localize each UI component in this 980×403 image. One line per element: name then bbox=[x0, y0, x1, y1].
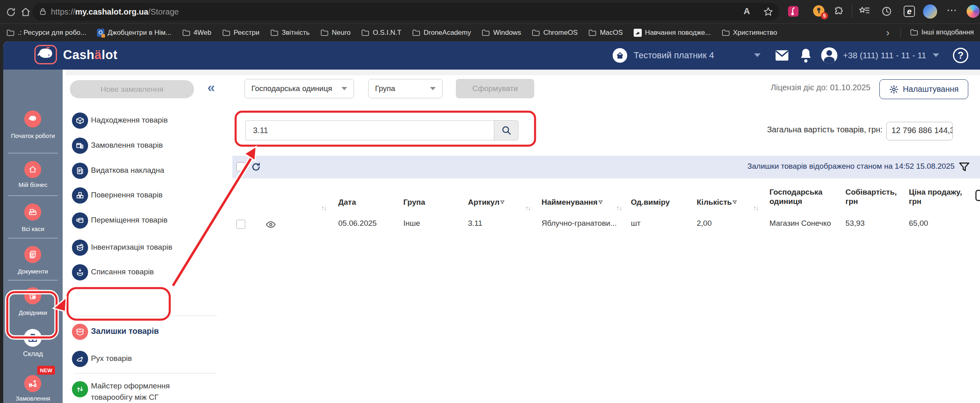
table-row[interactable]: 05.06.2025 Інше 3.11 Яблучно-гранатови..… bbox=[232, 213, 980, 238]
sidebar-item-dovidnyky[interactable]: Довідники bbox=[3, 284, 63, 320]
bookmark-folder[interactable]: Neuro bbox=[320, 29, 350, 37]
ie-mode-icon[interactable]: e bbox=[904, 6, 915, 17]
new-order-button[interactable]: Нове замовлення bbox=[70, 80, 194, 98]
user-phone[interactable]: +38 (111) 111 - 11 - 11 bbox=[843, 51, 926, 60]
col-cost[interactable]: Собівартість, грн bbox=[845, 187, 900, 206]
bookmark-folder[interactable]: DroneAcademy bbox=[412, 29, 471, 37]
bookmark-folder[interactable]: MacOS bbox=[588, 29, 623, 37]
sidebar-divider bbox=[8, 153, 58, 153]
cash-register-icon bbox=[24, 204, 41, 221]
column-settings-icon[interactable] bbox=[975, 189, 980, 202]
history-icon[interactable] bbox=[881, 6, 892, 17]
user-avatar-icon[interactable] bbox=[821, 47, 837, 64]
sidebar-item-miy-biznes[interactable]: Мій бізнес bbox=[3, 158, 63, 194]
home-icon[interactable] bbox=[20, 6, 31, 17]
col-qty[interactable]: Кількість bbox=[697, 197, 737, 207]
col-price[interactable]: Ціна продажу, грн bbox=[909, 187, 963, 206]
bell-icon[interactable] bbox=[799, 47, 813, 64]
generate-button[interactable]: Сформувати bbox=[456, 79, 534, 98]
bookmark-folder[interactable]: ChromeOS bbox=[532, 29, 577, 37]
bookmark-folder[interactable]: .: Ресурси для робо... bbox=[6, 29, 86, 37]
bookmark-folder[interactable]: Windows bbox=[482, 29, 521, 37]
url[interactable]: https://my.cashalot.org.ua/Storage bbox=[51, 7, 179, 17]
column-filter-icon[interactable] bbox=[732, 200, 737, 205]
profile-avatar[interactable] bbox=[923, 4, 937, 19]
copilot-icon[interactable] bbox=[967, 5, 980, 18]
col-business-unit[interactable]: Господарська одиниця bbox=[769, 187, 834, 206]
search-input[interactable] bbox=[245, 120, 494, 140]
submenu-item-zamovlennya-tovariv[interactable]: Замовлення товарів bbox=[63, 138, 232, 154]
new-badge: NEW bbox=[37, 366, 55, 375]
submenu-item-inventaryzatsiya[interactable]: Інвентаризація товарів bbox=[63, 240, 232, 256]
sort-icon[interactable]: ↑↓ bbox=[525, 204, 531, 211]
submenu-item-vydatkova-nakladna[interactable]: Видаткова накладна bbox=[63, 163, 232, 179]
row-checkbox[interactable] bbox=[236, 220, 245, 229]
submenu-item-peremishchennya[interactable]: Переміщення товарів bbox=[63, 212, 232, 229]
refresh-icon[interactable] bbox=[251, 161, 261, 172]
sort-icon[interactable]: ↑↓ bbox=[753, 204, 759, 211]
bookmark-item[interactable]: Джобцентри в Нім... bbox=[97, 29, 171, 37]
license-text: Ліцензія діє до: 01.10.2025 bbox=[763, 83, 870, 92]
sort-icon[interactable]: ↑↓ bbox=[321, 204, 327, 211]
business-unit-dropdown[interactable]: Господарська одиниця bbox=[244, 79, 354, 98]
company-name[interactable]: Тестовий платник 4 bbox=[634, 50, 714, 61]
extension-icon-password[interactable]: 5 bbox=[813, 5, 825, 17]
reload-icon[interactable] bbox=[6, 7, 16, 17]
phone-dropdown-caret[interactable] bbox=[933, 53, 939, 57]
view-row-icon[interactable] bbox=[266, 220, 276, 229]
column-filter-icon[interactable] bbox=[500, 200, 505, 205]
sidebar-item-dokumenty[interactable]: Документи bbox=[3, 243, 63, 279]
more-menu-icon[interactable]: ⋯ bbox=[946, 4, 958, 17]
select-all-checkbox[interactable] bbox=[236, 162, 245, 171]
sidebar-item-sklad[interactable]: Склад bbox=[3, 325, 63, 368]
submenu-item-nadhodzhennya[interactable]: Надходження товарів bbox=[63, 112, 232, 129]
collapse-panel-icon[interactable]: « bbox=[207, 79, 215, 95]
col-unit[interactable]: Од.виміру bbox=[631, 197, 670, 207]
submenu-item-rukh-tovariv[interactable]: Рух товарів bbox=[63, 351, 232, 367]
company-home-icon[interactable] bbox=[613, 48, 627, 63]
group-dropdown[interactable]: Група bbox=[368, 79, 443, 98]
total-value-box: 12 796 886 144,38 bbox=[886, 122, 953, 140]
sidebar-item-vsi-kasy[interactable]: Всі каси bbox=[3, 200, 63, 237]
submenu-item-mayster[interactable]: Майстер оформлення товарообігу між СГ bbox=[63, 380, 232, 403]
col-sku[interactable]: Артикул bbox=[468, 197, 505, 207]
sidebar-item-pochatok-roboty[interactable]: Початок роботи bbox=[3, 104, 63, 157]
search-button[interactable] bbox=[494, 120, 518, 140]
browser-toolbar: https://my.cashalot.org.ua/Storage A 5 e… bbox=[0, 0, 980, 23]
extensions-puzzle-icon[interactable] bbox=[833, 6, 845, 17]
company-dropdown-caret[interactable] bbox=[754, 53, 761, 57]
submenu-item-zalyshky-active[interactable]: Залишки товарів bbox=[63, 324, 232, 340]
bookmark-item[interactable]: Навчання поводже... bbox=[634, 29, 711, 37]
bookmark-folder[interactable]: Християнство bbox=[722, 29, 777, 37]
turnover-wizard-icon bbox=[72, 381, 88, 397]
help-icon[interactable]: ? bbox=[953, 48, 968, 63]
cashalot-logo-text[interactable]: Cashälot bbox=[63, 48, 118, 62]
other-favorites-folder[interactable]: Інші вподобання bbox=[910, 28, 974, 36]
bookmark-folder[interactable]: O.S.I.N.T bbox=[361, 29, 401, 37]
sidebar-item-zamovlennya[interactable]: Замовлення bbox=[3, 373, 63, 403]
cashalot-logo-whale bbox=[34, 45, 57, 64]
submenu-item-spysannya[interactable]: Списання товарів bbox=[63, 264, 232, 280]
top-strip bbox=[66, 70, 980, 75]
bookmark-folder[interactable]: Реєстри bbox=[222, 29, 259, 37]
collections-icon[interactable] bbox=[859, 6, 870, 17]
lock-icon bbox=[39, 7, 47, 16]
favorite-star-icon[interactable] bbox=[763, 6, 773, 17]
column-filter-icon[interactable] bbox=[598, 200, 603, 205]
extension-icon-pink[interactable] bbox=[788, 6, 799, 17]
sort-icon[interactable]: ↑↓ bbox=[616, 204, 622, 211]
read-aloud-icon[interactable]: A bbox=[744, 6, 750, 17]
bookmark-folder[interactable]: 4Web bbox=[182, 29, 211, 37]
settings-button[interactable]: Налаштування bbox=[879, 79, 968, 99]
filter-funnel-icon[interactable] bbox=[958, 161, 970, 174]
col-group[interactable]: Група bbox=[403, 197, 425, 207]
sidebar-divider bbox=[8, 238, 58, 238]
bookmarks-overflow-chevron[interactable]: › bbox=[886, 27, 889, 38]
col-name[interactable]: Найменування bbox=[542, 197, 603, 207]
submenu-item-povernennya[interactable]: Повернення товарів bbox=[63, 187, 232, 204]
reference-doc-icon bbox=[24, 287, 41, 304]
mail-icon[interactable] bbox=[774, 49, 790, 62]
col-date[interactable]: Дата bbox=[338, 197, 356, 207]
address-bar[interactable]: https://my.cashalot.org.ua/Storage A bbox=[32, 3, 779, 21]
bookmark-folder[interactable]: Звітність bbox=[270, 29, 310, 37]
